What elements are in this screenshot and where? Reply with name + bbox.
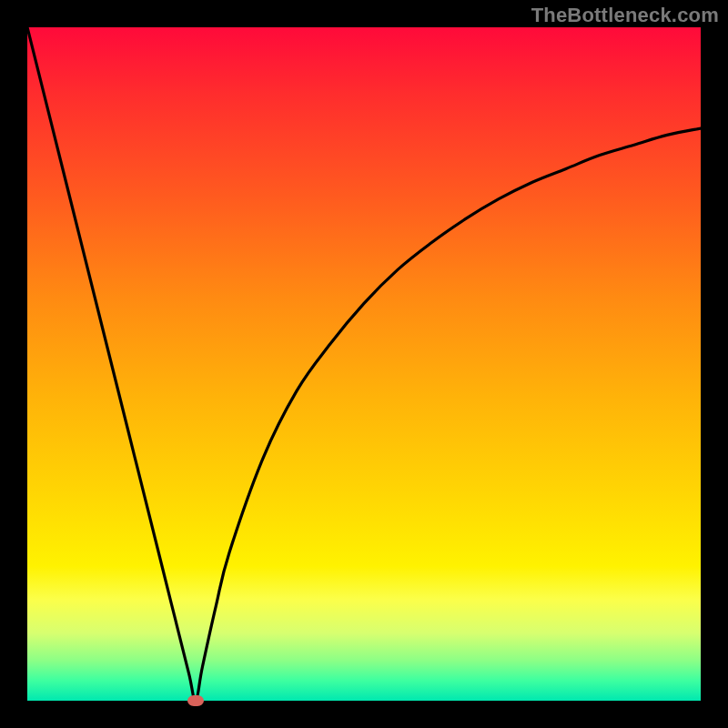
curve-svg: [27, 27, 701, 701]
watermark-text: TheBottleneck.com: [531, 4, 719, 27]
chart-frame: TheBottleneck.com: [0, 0, 728, 728]
plot-area: [27, 27, 701, 701]
bottleneck-curve: [27, 27, 701, 701]
min-point-marker: [187, 695, 204, 706]
